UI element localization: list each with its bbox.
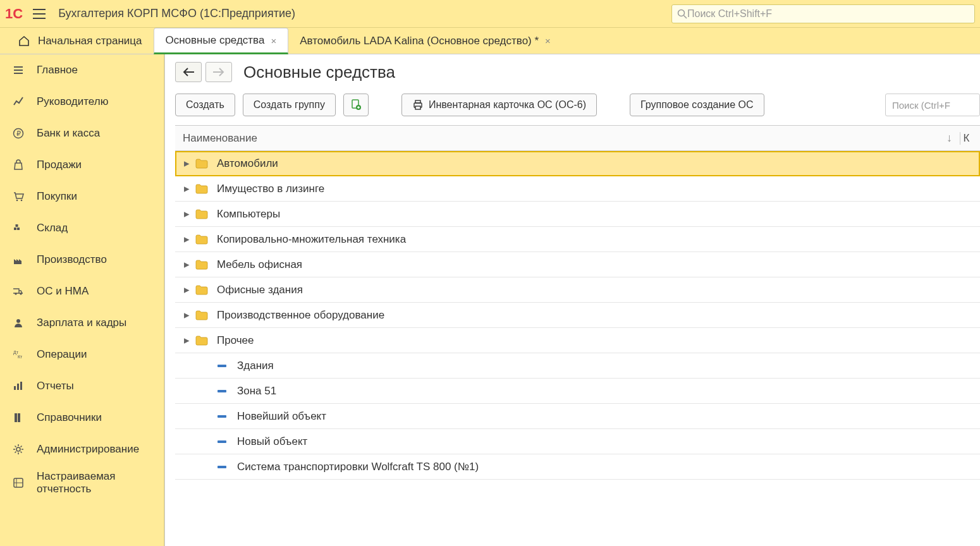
folder-icon: [193, 336, 211, 346]
svg-point-0: [678, 9, 685, 16]
row-label: Новый объект: [237, 435, 307, 448]
toolbar: Создать Создать группу Инвентарная карто…: [175, 94, 980, 116]
sidebar-item-10[interactable]: Отчеты: [0, 370, 164, 402]
sidebar-item-12[interactable]: Администрирование: [0, 434, 164, 465]
tab-1[interactable]: Основные средства×: [154, 28, 289, 54]
ops-icon: ДтКт: [10, 349, 27, 360]
sidebar-item-label: Справочники: [37, 411, 102, 424]
svg-rect-8: [16, 224, 18, 227]
table-body: ▸Автомобили▸Имущество в лизинге▸Компьюте…: [175, 151, 980, 480]
svg-point-10: [20, 293, 21, 294]
ruble-icon: ₽: [10, 128, 27, 139]
sidebar-item-label: Производство: [37, 253, 107, 266]
table-row[interactable]: ▸Имущество в лизинге: [175, 176, 980, 202]
svg-rect-14: [14, 386, 16, 390]
table-row[interactable]: Система транспортировки Wolfcraft TS 800…: [175, 454, 980, 480]
table-row[interactable]: ▸Копировально-множительная техника: [175, 227, 980, 252]
sidebar-item-1[interactable]: Руководителю: [0, 86, 164, 118]
sidebar-item-9[interactable]: ДтКтОперации: [0, 339, 164, 370]
inventory-card-button[interactable]: Инвентарная карточка ОС (ОС-6): [401, 94, 597, 116]
search-icon: [677, 9, 687, 19]
item-icon: [213, 390, 231, 392]
table-row[interactable]: Новый объект: [175, 429, 980, 454]
gear-icon: [10, 444, 27, 455]
inventory-card-label: Инвентарная карточка ОС (ОС-6): [429, 99, 586, 111]
svg-rect-17: [15, 413, 17, 422]
svg-rect-16: [20, 382, 22, 390]
svg-point-5: [21, 200, 23, 202]
trend-icon: [10, 96, 27, 107]
expand-icon[interactable]: ▸: [180, 182, 193, 195]
add-item-button[interactable]: [343, 94, 369, 116]
nav-back-button[interactable]: [175, 62, 202, 82]
sidebar-item-13[interactable]: Настраиваемая отчетность: [0, 465, 164, 500]
sidebar-item-2[interactable]: ₽Банк и касса: [0, 118, 164, 149]
expand-icon[interactable]: ▸: [180, 334, 193, 347]
create-button[interactable]: Создать: [175, 94, 235, 116]
column-last: К: [960, 132, 972, 145]
tab-label: Основные средства: [166, 34, 265, 47]
expand-icon[interactable]: ▸: [180, 283, 193, 296]
expand-icon[interactable]: ▸: [180, 207, 193, 221]
sidebar-item-label: Зарплата и кадры: [37, 317, 126, 329]
page-title: Основные средства: [243, 63, 395, 82]
table-row[interactable]: Зона 51: [175, 379, 980, 404]
table-row[interactable]: ▸Автомобили: [175, 151, 980, 176]
books-icon: [10, 412, 27, 423]
expand-icon[interactable]: ▸: [180, 308, 193, 322]
folder-icon: [193, 184, 211, 194]
row-label: Офисные здания: [217, 284, 303, 296]
tab-2[interactable]: Автомобиль LADA Kalina (Основное средств…: [288, 28, 562, 54]
close-icon[interactable]: ×: [271, 35, 276, 46]
folder-icon: [193, 310, 211, 320]
sidebar-item-4[interactable]: Покупки: [0, 181, 164, 212]
sidebar: ГлавноеРуководителю₽Банк и кассаПродажиП…: [0, 54, 164, 546]
arrow-left-icon: [183, 68, 194, 76]
sidebar-item-3[interactable]: Продажи: [0, 149, 164, 181]
row-label: Автомобили: [217, 157, 278, 170]
global-search-input[interactable]: [687, 8, 969, 20]
tab-0[interactable]: Начальная страница: [5, 28, 154, 54]
table-row[interactable]: ▸Прочее: [175, 328, 980, 353]
expand-icon[interactable]: ▸: [180, 233, 193, 246]
row-label: Производственное оборудование: [217, 309, 384, 322]
factory-icon: [10, 254, 27, 265]
table-header[interactable]: Наименование ↓ К: [175, 126, 980, 151]
hamburger-icon[interactable]: [32, 6, 47, 21]
table-row[interactable]: ▸Мебель офисная: [175, 252, 980, 277]
sidebar-item-label: Операции: [37, 348, 87, 361]
table-row[interactable]: ▸Офисные здания: [175, 277, 980, 303]
bag-icon: [10, 159, 27, 171]
logo-1c: 1C: [5, 6, 23, 22]
sidebar-item-label: Настраиваемая отчетность: [37, 470, 116, 495]
svg-rect-18: [18, 413, 20, 422]
sidebar-item-7[interactable]: ОС и НМА: [0, 276, 164, 307]
row-label: Здания: [237, 360, 274, 372]
expand-icon[interactable]: ▸: [180, 258, 193, 271]
table-row[interactable]: ▸Производственное оборудование: [175, 303, 980, 328]
sidebar-item-label: Отчеты: [37, 380, 74, 392]
arrow-right-icon: [213, 68, 224, 76]
sidebar-item-11[interactable]: Справочники: [0, 402, 164, 434]
sidebar-item-5[interactable]: Склад: [0, 212, 164, 244]
expand-icon[interactable]: ▸: [180, 157, 193, 170]
svg-line-1: [684, 15, 687, 18]
sidebar-item-6[interactable]: Производство: [0, 244, 164, 276]
group-create-os-button[interactable]: Групповое создание ОС: [630, 94, 764, 116]
table-row[interactable]: Новейший объект: [175, 404, 980, 429]
row-label: Мебель офисная: [217, 258, 302, 271]
table-row[interactable]: Здания: [175, 353, 980, 379]
global-search[interactable]: [671, 4, 975, 23]
table-row[interactable]: ▸Компьютеры: [175, 202, 980, 227]
svg-rect-7: [17, 228, 20, 230]
sidebar-item-0[interactable]: Главное: [0, 54, 164, 86]
home-icon: [16, 33, 32, 49]
create-group-button[interactable]: Создать группу: [243, 94, 336, 116]
nav-forward-button[interactable]: [205, 62, 232, 82]
close-icon[interactable]: ×: [545, 35, 551, 46]
row-label: Прочее: [217, 334, 254, 347]
sidebar-item-8[interactable]: Зарплата и кадры: [0, 307, 164, 339]
sidebar-item-label: Администрирование: [37, 443, 139, 456]
local-search-input[interactable]: [885, 94, 980, 116]
folder-icon: [193, 234, 211, 245]
